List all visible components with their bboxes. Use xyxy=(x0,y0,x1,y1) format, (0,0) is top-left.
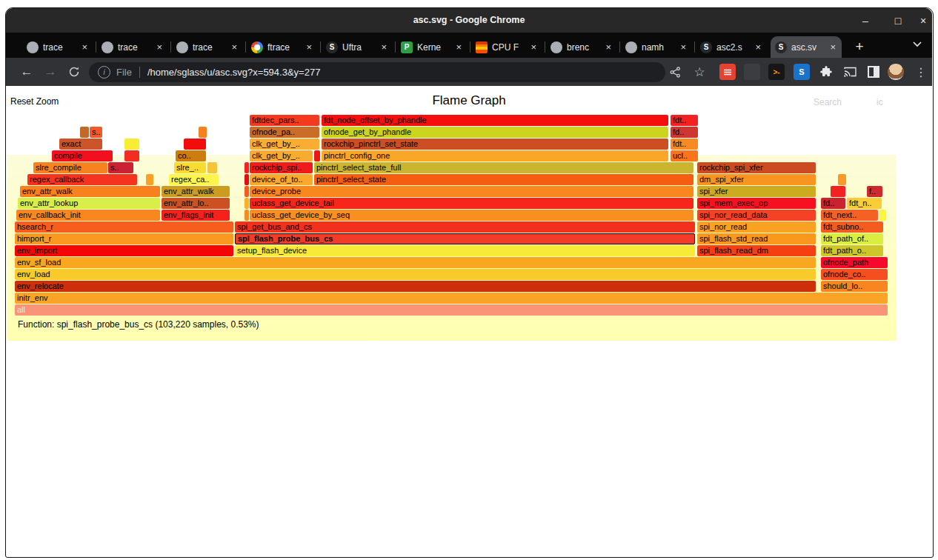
flame-block[interactable] xyxy=(245,174,249,185)
flame-block-env-attr-walk[interactable]: env_attr_walk xyxy=(162,186,230,197)
url-text[interactable]: /home/sglass/u/asc.svg?x=594.3&y=277 xyxy=(147,67,320,78)
reload-icon[interactable] xyxy=(65,63,83,81)
flame-block-exact[interactable]: exact xyxy=(59,139,102,150)
maximize-button[interactable]: □ xyxy=(888,12,908,30)
tab-asc-sv[interactable]: Sasc.sv× xyxy=(771,36,842,58)
flame-block-fdtdec-pars--[interactable]: fdtdec_pars.. xyxy=(250,115,319,126)
flame-block-s--[interactable]: s.. xyxy=(108,162,133,173)
flame-block-initr-env[interactable]: initr_env xyxy=(15,293,888,304)
flame-block-uclass-get-device-by-seq[interactable]: uclass_get_device_by_seq xyxy=(250,210,693,221)
flame-block-regex-ca--[interactable]: regex_ca.. xyxy=(169,174,219,185)
flame-block-ofnode-path[interactable]: ofnode_path xyxy=(821,257,888,268)
flame-block-setup-flash-device[interactable]: setup_flash_device xyxy=(235,245,695,256)
extension-dark-icon[interactable] xyxy=(744,64,760,80)
flame-block-fd--[interactable]: fd.. xyxy=(671,127,698,138)
tab-brenc[interactable]: brenc× xyxy=(546,36,617,58)
flame-block-spi-flash-std-read[interactable]: spi_flash_std_read xyxy=(697,233,816,244)
tab-close-icon[interactable]: × xyxy=(604,41,613,53)
flame-block-himport-r[interactable]: himport_r xyxy=(15,233,233,244)
flame-block-hsearch-r[interactable]: hsearch_r xyxy=(15,221,233,233)
new-tab-button[interactable]: + xyxy=(851,38,868,56)
flame-block-env-attr-lo--[interactable]: env_attr_lo.. xyxy=(162,198,230,209)
flame-block-env-attr-lookup[interactable]: env_attr_lookup xyxy=(18,198,160,209)
flame-block-fdt-subno--[interactable]: fdt_subno.. xyxy=(821,221,883,233)
flame-block-fd--[interactable]: fd.. xyxy=(821,198,845,209)
tab-trace[interactable]: trace× xyxy=(97,36,168,58)
flame-block[interactable] xyxy=(80,127,89,138)
tab-close-icon[interactable]: × xyxy=(529,41,538,53)
extension-terminal-icon[interactable]: >- xyxy=(768,64,785,80)
menu-kebab-icon[interactable]: ⋮ xyxy=(913,64,929,80)
flame-block-spi-get-bus-and-cs[interactable]: spi_get_bus_and_cs xyxy=(235,221,695,233)
bookmark-star-icon[interactable]: ☆ xyxy=(691,64,708,80)
tab-asc2-s[interactable]: Sasc2.s× xyxy=(696,36,767,58)
back-icon[interactable]: ← xyxy=(18,63,36,81)
flame-block-slre---[interactable]: slre_.. xyxy=(174,162,206,173)
flame-block[interactable] xyxy=(184,139,206,150)
flame-block-dm-spi-xfer[interactable]: dm_spi_xfer xyxy=(697,174,816,185)
flame-block-spl-flash-probe-bus-cs[interactable]: spl_flash_probe_bus_cs xyxy=(235,233,695,244)
extension-session-icon[interactable]: S xyxy=(794,64,810,80)
forward-icon[interactable]: → xyxy=(41,63,59,81)
flame-block-compile[interactable]: compile xyxy=(52,150,113,161)
flame-block[interactable] xyxy=(245,162,249,173)
flame-block-device-of-to--[interactable]: device_of_to.. xyxy=(250,174,313,185)
search-button[interactable]: Search xyxy=(814,97,842,107)
tab-trace[interactable]: trace× xyxy=(172,36,243,58)
flame-block-fdt-path-o--[interactable]: fdt_path_o.. xyxy=(821,245,883,256)
tab-close-icon[interactable]: × xyxy=(679,41,688,53)
flame-block-ofnode-pa--[interactable]: ofnode_pa.. xyxy=(250,127,319,138)
tab-close-icon[interactable]: × xyxy=(305,41,313,53)
flame-block[interactable] xyxy=(879,210,886,221)
flame-block-slre-compile[interactable]: slre_compile xyxy=(33,162,107,173)
extension-todo-icon[interactable] xyxy=(719,64,736,80)
tab-trace[interactable]: trace× xyxy=(22,36,93,58)
flame-block-fdt-n--[interactable]: fdt_n.. xyxy=(847,198,882,209)
flame-block[interactable] xyxy=(199,127,207,138)
flame-block-spi-xfer[interactable]: spi_xfer xyxy=(697,186,816,197)
flame-block[interactable] xyxy=(838,174,846,185)
flame-block-env-callback-init[interactable]: env_callback_init xyxy=(16,210,160,221)
ignore-case-button[interactable]: ic xyxy=(877,97,883,107)
flame-block-ofnode-get-by-phandle[interactable]: ofnode_get_by_phandle xyxy=(322,127,668,138)
flame-block-env-load[interactable]: env_load xyxy=(15,269,816,280)
flame-block-env-attr-walk[interactable]: env_attr_walk xyxy=(20,186,160,197)
share-icon[interactable] xyxy=(667,64,683,80)
flame-block-clk-get-by---[interactable]: clk_get_by_.. xyxy=(250,150,313,161)
flame-block-pinctrl-select-state-full[interactable]: pinctrl_select_state_full xyxy=(314,162,693,173)
flame-block[interactable] xyxy=(124,139,139,150)
extensions-puzzle-icon[interactable] xyxy=(818,64,834,80)
minimize-button[interactable]: – xyxy=(856,12,875,30)
tab-close-icon[interactable]: × xyxy=(454,41,463,53)
flame-block-s--[interactable]: s.. xyxy=(90,127,102,138)
flame-block-device-probe[interactable]: device_probe xyxy=(250,186,693,197)
flame-block[interactable] xyxy=(207,162,217,173)
flame-block-env-relocate[interactable]: env_relocate xyxy=(15,281,816,292)
flame-block-rockchip-pinctrl-set-state[interactable]: rockchip_pinctrl_set_state xyxy=(322,139,668,150)
flame-block-pinctrl-select-state[interactable]: pinctrl_select_state xyxy=(314,174,693,185)
flame-block[interactable] xyxy=(245,198,249,209)
flame-block-regex-callback[interactable]: regex_callback xyxy=(27,174,137,185)
flame-block[interactable] xyxy=(245,186,249,197)
flame-block[interactable] xyxy=(245,210,249,221)
flame-block-fdt-node-offset-by-phandle[interactable]: fdt_node_offset_by_phandle xyxy=(322,115,668,126)
flame-block-fdt--[interactable]: fdt.. xyxy=(671,115,698,126)
flame-block-spi-mem-exec-op[interactable]: spi_mem_exec_op xyxy=(697,198,816,209)
tab-namh[interactable]: namh× xyxy=(621,36,692,58)
flame-block-spi-nor-read-data[interactable]: spi_nor_read_data xyxy=(697,210,816,221)
tab-close-icon[interactable]: × xyxy=(379,41,388,53)
address-bar[interactable]: i File /home/sglass/u/asc.svg?x=594.3&y=… xyxy=(89,62,665,82)
flame-block[interactable] xyxy=(124,150,139,161)
flame-block-fdt-next--[interactable]: fdt_next.. xyxy=(821,210,878,221)
tab-uftra[interactable]: SUftra× xyxy=(322,36,393,58)
flame-block-clk-get-by---[interactable]: clk_get_by_.. xyxy=(250,139,319,150)
flame-block-all[interactable]: all xyxy=(15,304,888,316)
flame-block[interactable] xyxy=(314,150,320,161)
tab-close-icon[interactable]: × xyxy=(155,41,164,53)
flame-block-env-flags-init[interactable]: env_flags_init xyxy=(162,210,230,221)
tab-kerne[interactable]: PKerne× xyxy=(396,36,468,58)
flame-block-fdt--[interactable]: fdt.. xyxy=(671,139,698,150)
flame-block-env-sf-load[interactable]: env_sf_load xyxy=(15,257,816,268)
tab-close-icon[interactable]: × xyxy=(828,41,837,53)
flame-block-co--[interactable]: co.. xyxy=(176,150,206,161)
